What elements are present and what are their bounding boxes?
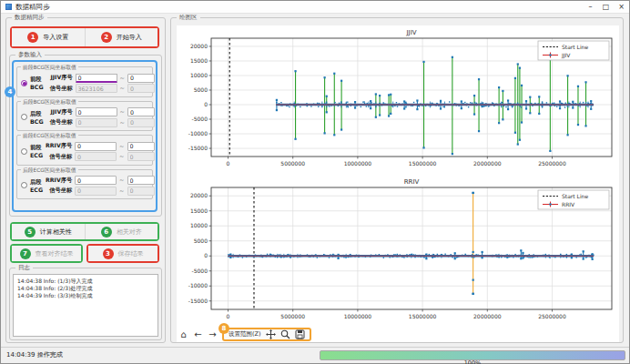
value-input-from[interactable]	[76, 74, 117, 83]
svg-text:15000000: 15000000	[409, 313, 437, 319]
chart-canvas[interactable]: 0500000010000000150000002000000025000000…	[177, 25, 619, 342]
param-section: 后段BCG区间坐标取值后段BCGJJIV序号~信号坐标~	[16, 101, 153, 132]
radio-button[interactable]	[21, 80, 27, 86]
save-result-box: 3保存结果	[86, 244, 159, 263]
start-import-button[interactable]: 2开始导入	[86, 28, 158, 46]
home-icon[interactable]: ⌂	[178, 329, 188, 341]
field-label: JJIV序号	[44, 74, 73, 82]
step-badge-3: 3	[103, 248, 114, 259]
radio-option[interactable]: 后段BCG	[19, 110, 44, 125]
svg-text:5000000: 5000000	[280, 313, 305, 319]
value-input-from[interactable]	[76, 107, 117, 116]
value-input-to[interactable]	[127, 74, 155, 83]
params-group: 参数输入 4 前段BCG区间坐标取值前段BCGJJIV序号~信号坐标~后段BCG…	[9, 55, 162, 217]
correlation-buttons-box: 5计算相关性6相关对齐	[10, 222, 159, 241]
value-input-to[interactable]	[127, 118, 155, 127]
sync-panel-group: 数据精同步 1导入设置2开始导入 参数输入 4 前段BCG区间坐标取值前段BCG…	[5, 17, 166, 343]
tilde-separator: ~	[120, 108, 125, 116]
value-input-from[interactable]	[75, 187, 117, 196]
svg-text:Start Line: Start Line	[562, 44, 588, 50]
svg-text:RRIV: RRIV	[404, 178, 420, 186]
log-line: 14:04:39 Info: (3/3)绘制完成	[17, 292, 154, 299]
radio-label: 前段ECG	[30, 144, 43, 158]
field-label: RRIV序号	[43, 177, 72, 185]
svg-text:10000: 10000	[190, 222, 208, 228]
tilde-separator: ~	[119, 177, 124, 184]
maximize-button[interactable]: □	[598, 1, 614, 13]
radio-label: 前段BCG	[30, 76, 44, 90]
svg-text:15000000: 15000000	[409, 160, 437, 167]
range-tools-box: 8 设置范围(Z)	[222, 328, 311, 341]
button-label: 保存结果	[118, 249, 144, 258]
value-input-from[interactable]	[75, 176, 117, 185]
import-buttons-box: 1导入设置2开始导入	[10, 26, 159, 48]
zoom-icon[interactable]	[280, 329, 290, 339]
tilde-separator: ~	[119, 187, 124, 195]
svg-text:10000: 10000	[190, 72, 208, 78]
close-button[interactable]: ×	[614, 1, 629, 13]
correlation-align-button[interactable]: 6相关对齐	[86, 224, 158, 239]
radio-label: 后段ECG	[30, 178, 43, 193]
sync-group-label: 数据精同步	[12, 14, 47, 22]
window-controls: – □ ×	[583, 1, 629, 13]
radio-button[interactable]	[21, 182, 27, 188]
radio-selected[interactable]: 前段BCG	[19, 76, 44, 90]
value-input-to[interactable]	[127, 176, 155, 185]
section-title: 前段ECG区间坐标取值	[21, 132, 78, 139]
value-input-from[interactable]	[75, 142, 117, 151]
svg-text:15000: 15000	[190, 57, 208, 64]
svg-text:-15000: -15000	[188, 298, 208, 304]
rriv-chart[interactable]: 0500000010000000150000002000000025000000…	[177, 175, 619, 328]
titlebar: 数据精同步 – □ ×	[1, 1, 629, 14]
back-icon[interactable]: ←	[193, 329, 203, 341]
value-input-to[interactable]	[127, 142, 155, 151]
radio-option[interactable]: 前段ECG	[19, 144, 43, 158]
radio-button[interactable]	[21, 114, 27, 120]
value-input-to[interactable]	[127, 84, 155, 93]
svg-text:20000000: 20000000	[473, 160, 502, 167]
progress-bar: 100%	[320, 350, 625, 360]
app-icon	[5, 4, 12, 10]
value-input-to[interactable]	[127, 187, 155, 196]
set-range-button[interactable]: 设置范围(Z)	[229, 330, 261, 339]
tilde-separator: ~	[120, 75, 125, 82]
import-settings-button[interactable]: 1导入设置	[12, 28, 85, 46]
value-input-from[interactable]	[76, 84, 117, 93]
value-input-to[interactable]	[127, 152, 155, 161]
button-label: 相关对齐	[117, 228, 142, 237]
minimize-button[interactable]: –	[583, 1, 598, 13]
window-title: 数据精同步	[15, 3, 50, 12]
view-align-result-button[interactable]: 7查看对齐结果	[12, 246, 81, 261]
value-input-to[interactable]	[127, 107, 155, 116]
section-title: 后段ECG区间坐标取值	[21, 167, 78, 174]
save-result-button[interactable]: 3保存结果	[88, 246, 158, 261]
plot-group-label: 绘图区	[177, 14, 200, 22]
radio-option[interactable]: 后段ECG	[19, 178, 43, 193]
svg-text:0: 0	[204, 101, 208, 107]
statusbar: 14:04:39 操作完成 100%	[1, 347, 629, 363]
svg-text:20000000: 20000000	[473, 313, 502, 319]
radio-button[interactable]	[21, 148, 27, 155]
field-label: 信号坐标	[44, 118, 73, 126]
pan-icon[interactable]	[266, 329, 276, 339]
svg-text:25000000: 25000000	[538, 313, 566, 319]
svg-text:25000000: 25000000	[538, 160, 566, 167]
value-input-from[interactable]	[76, 118, 117, 127]
button-label: 计算相关性	[40, 228, 72, 237]
tilde-separator: ~	[119, 153, 124, 160]
svg-text:5000000: 5000000	[280, 160, 305, 167]
param-section: 前段BCG区间坐标取值前段BCGJJIV序号~信号坐标~	[16, 66, 153, 97]
svg-text:-10000: -10000	[188, 282, 208, 288]
svg-text:5000: 5000	[194, 86, 208, 93]
value-input-from[interactable]	[75, 152, 117, 161]
jjiv-chart[interactable]: 0500000010000000150000002000000025000000…	[177, 25, 619, 175]
svg-text:5000: 5000	[194, 238, 208, 244]
forward-icon[interactable]: →	[208, 329, 218, 341]
progress-label: 100%	[464, 359, 482, 364]
save-icon[interactable]	[295, 329, 305, 339]
radio-label: 后段BCG	[30, 110, 44, 125]
section-title: 前段BCG区间坐标取值	[21, 64, 78, 71]
calc-correlation-button[interactable]: 5计算相关性	[12, 224, 85, 239]
params-group-label: 参数输入	[15, 51, 45, 59]
step-badge-5: 5	[25, 227, 36, 238]
